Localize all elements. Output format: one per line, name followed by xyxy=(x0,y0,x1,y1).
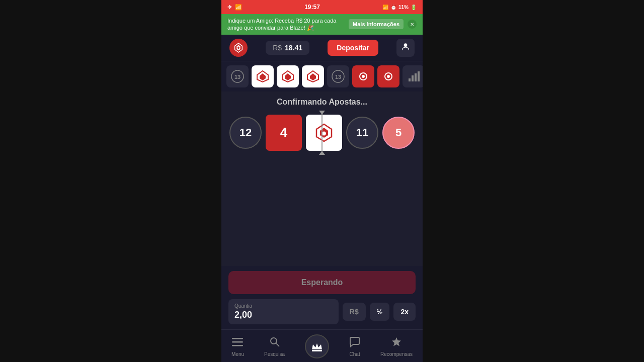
banner-text: Indique um Amigo: Receba R$ 20 para cada… xyxy=(227,17,345,32)
menu-label: Menu xyxy=(231,351,244,357)
game-icon-0[interactable]: 13 xyxy=(226,65,249,87)
half-button[interactable]: ½ xyxy=(370,303,390,321)
double-button[interactable]: 2x xyxy=(393,303,416,321)
search-label: Pesquisa xyxy=(264,351,285,357)
quantity-label: Quantia xyxy=(234,303,333,309)
status-right: 📶 ⏰ 11% 🔋 xyxy=(382,5,417,10)
svg-marker-11 xyxy=(310,73,316,80)
svg-marker-9 xyxy=(285,73,291,80)
app-logo xyxy=(229,39,248,57)
roulette-row: 12 4 11 5 xyxy=(221,115,423,151)
battery-icon: 🔋 xyxy=(411,5,417,10)
roulette-card-logo xyxy=(306,115,342,151)
nav-item-menu[interactable]: Menu xyxy=(231,336,244,357)
svg-text:13: 13 xyxy=(234,74,240,80)
nav-item-search[interactable]: Pesquisa xyxy=(264,336,285,357)
airplane-icon: ✈ xyxy=(227,4,232,11)
banner-close-button[interactable]: ✕ xyxy=(408,20,417,29)
game-icon-4[interactable]: 13 xyxy=(327,65,349,87)
game-icons-row: 13 xyxy=(221,61,423,92)
svg-point-19 xyxy=(387,75,390,78)
svg-rect-28 xyxy=(232,341,243,343)
esperando-button: Esperando xyxy=(228,271,416,294)
nav-item-home[interactable] xyxy=(305,334,329,358)
svg-rect-22 xyxy=(415,73,417,81)
game-status-text: Confirmando Apostas... xyxy=(277,98,367,107)
svg-rect-20 xyxy=(409,78,411,81)
rewards-label: Recompensas xyxy=(380,351,413,357)
currency-symbol: R$ xyxy=(273,44,282,52)
svg-rect-29 xyxy=(232,345,243,346)
svg-rect-32 xyxy=(312,350,322,351)
signal-icon: 📶 xyxy=(382,5,388,10)
svg-point-30 xyxy=(271,338,277,344)
game-icon-7[interactable] xyxy=(403,65,423,87)
bet-area: Esperando Quantia 2,00 R$ ½ 2x xyxy=(221,266,423,329)
crown-button[interactable] xyxy=(305,334,329,358)
svg-rect-23 xyxy=(418,71,420,81)
battery-label: 11% xyxy=(398,5,409,10)
chat-icon xyxy=(349,336,360,350)
roulette-card-12: 12 xyxy=(229,117,262,149)
roulette-card-4: 4 xyxy=(266,115,302,151)
game-icon-2[interactable] xyxy=(277,65,299,87)
game-icon-3[interactable] xyxy=(302,65,324,87)
menu-icon xyxy=(232,336,243,350)
promo-banner: Indique um Amigo: Receba R$ 20 para cada… xyxy=(221,14,423,35)
quantity-value: 2,00 xyxy=(234,310,333,320)
game-icon-5[interactable] xyxy=(352,65,374,87)
user-icon xyxy=(400,42,411,54)
nav-item-chat[interactable]: Chat xyxy=(349,336,360,357)
game-icon-1[interactable] xyxy=(252,65,274,87)
currency-button[interactable]: R$ xyxy=(343,303,366,321)
svg-point-16 xyxy=(362,75,365,78)
svg-marker-7 xyxy=(260,73,266,80)
banner-more-button[interactable]: Mais Informações xyxy=(349,19,404,29)
svg-rect-27 xyxy=(232,338,243,339)
user-profile-button[interactable] xyxy=(396,39,415,57)
balance-display: R$ 18.41 xyxy=(266,41,309,55)
roulette-card-11: 11 xyxy=(346,117,378,149)
status-left: ✈ 📶 xyxy=(227,4,242,11)
search-icon xyxy=(269,336,280,350)
svg-point-3 xyxy=(404,43,408,47)
chat-label: Chat xyxy=(350,351,360,357)
balance-value: 18.41 xyxy=(285,44,302,52)
svg-line-31 xyxy=(276,343,279,346)
game-area: Confirmando Apostas... 12 4 xyxy=(221,92,423,266)
deposit-button[interactable]: Depositar xyxy=(328,40,378,56)
app-header: R$ 18.41 Depositar xyxy=(221,35,423,61)
svg-rect-21 xyxy=(412,75,414,81)
svg-text:13: 13 xyxy=(335,74,341,80)
game-icon-6[interactable] xyxy=(377,65,399,87)
quantity-box[interactable]: Quantia 2,00 xyxy=(228,299,339,324)
status-bar: ✈ 📶 19:57 📶 ⏰ 11% 🔋 xyxy=(221,0,423,14)
bet-controls: Quantia 2,00 R$ ½ 2x xyxy=(228,299,416,324)
phone-frame: ✈ 📶 19:57 📶 ⏰ 11% 🔋 Indique um Amigo: Re… xyxy=(221,0,423,362)
rewards-icon xyxy=(391,336,402,350)
status-time: 19:57 xyxy=(304,4,320,11)
alarm-icon: ⏰ xyxy=(390,5,396,10)
bottom-nav: Menu Pesquisa xyxy=(221,329,423,362)
nav-item-rewards[interactable]: Recompensas xyxy=(380,336,413,357)
roulette-card-5: 5 xyxy=(382,117,415,149)
wifi-icon: 📶 xyxy=(235,4,242,11)
